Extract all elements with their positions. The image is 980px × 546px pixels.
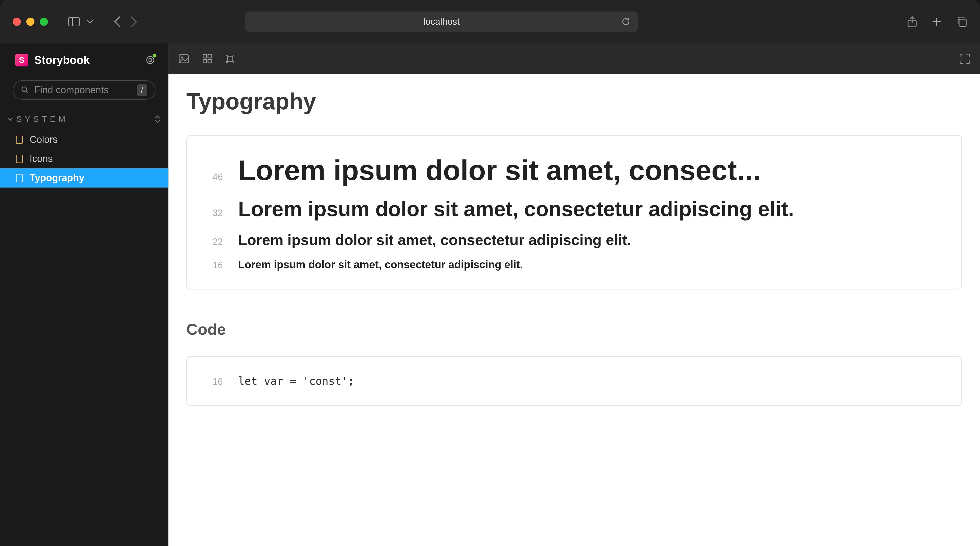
maximize-window-button[interactable] bbox=[40, 18, 48, 26]
url-bar[interactable]: localhost bbox=[245, 11, 638, 32]
image-addon-icon[interactable] bbox=[179, 54, 189, 63]
back-button[interactable] bbox=[113, 16, 121, 27]
refresh-icon[interactable] bbox=[621, 17, 630, 26]
type-row: 32 Lorem ipsum dolor sit amet, consectet… bbox=[207, 197, 941, 221]
svg-rect-0 bbox=[68, 18, 80, 26]
sort-icon[interactable] bbox=[154, 115, 161, 123]
section-header[interactable]: SYSTEM bbox=[0, 106, 168, 130]
code-sample: let var = 'const'; bbox=[238, 375, 354, 387]
type-size-label: 16 bbox=[207, 260, 223, 271]
code-card: 16 let var = 'const'; bbox=[186, 356, 962, 406]
logo-letter: S bbox=[19, 56, 24, 65]
sidebar-toggle-group bbox=[68, 16, 95, 27]
sidebar: S Storybook Find components / SYSTEM bbox=[0, 43, 169, 546]
type-size-label: 32 bbox=[207, 208, 223, 219]
svg-point-7 bbox=[147, 56, 154, 64]
logo-badge: S bbox=[15, 54, 28, 66]
svg-rect-16 bbox=[208, 59, 211, 63]
url-text: localhost bbox=[423, 16, 460, 27]
notification-dot bbox=[153, 54, 156, 57]
svg-point-12 bbox=[181, 56, 183, 58]
document-icon bbox=[15, 136, 24, 144]
chevron-down-icon[interactable] bbox=[84, 16, 95, 27]
new-tab-icon[interactable] bbox=[932, 17, 942, 27]
settings-icon[interactable] bbox=[145, 55, 156, 65]
search-shortcut: / bbox=[137, 84, 147, 96]
section-caret-icon bbox=[8, 118, 13, 121]
content-toolbar bbox=[169, 43, 980, 74]
grid-addon-icon[interactable] bbox=[203, 54, 212, 63]
search-icon bbox=[21, 86, 29, 94]
search-placeholder: Find components bbox=[34, 85, 132, 96]
nav-arrows bbox=[113, 16, 138, 27]
search-input[interactable]: Find components / bbox=[13, 80, 156, 100]
svg-point-8 bbox=[149, 59, 152, 62]
svg-rect-17 bbox=[228, 56, 233, 61]
sidebar-item-label: Typography bbox=[30, 172, 84, 184]
content-area: Typography 46 Lorem ipsum dolor sit amet… bbox=[169, 43, 980, 546]
sidebar-item-colors[interactable]: Colors bbox=[0, 130, 168, 149]
type-row: 22 Lorem ipsum dolor sit amet, consectet… bbox=[207, 231, 941, 248]
forward-button[interactable] bbox=[130, 16, 138, 27]
app-container: S Storybook Find components / SYSTEM bbox=[0, 43, 980, 546]
sidebar-item-label: Icons bbox=[30, 153, 53, 164]
minimize-window-button[interactable] bbox=[26, 18, 35, 26]
close-window-button[interactable] bbox=[13, 18, 21, 26]
svg-rect-15 bbox=[203, 59, 207, 63]
code-heading: Code bbox=[186, 320, 962, 338]
svg-rect-13 bbox=[203, 55, 207, 58]
canvas: Typography 46 Lorem ipsum dolor sit amet… bbox=[169, 74, 980, 546]
document-icon bbox=[15, 155, 24, 163]
type-sample: Lorem ipsum dolor sit amet, consect... bbox=[238, 154, 761, 187]
type-row: 16 Lorem ipsum dolor sit amet, consectet… bbox=[207, 259, 941, 271]
svg-rect-6 bbox=[959, 19, 966, 26]
sidebar-item-icons[interactable]: Icons bbox=[0, 149, 168, 168]
type-sample: Lorem ipsum dolor sit amet, consectetur … bbox=[238, 231, 632, 248]
sidebar-item-label: Colors bbox=[30, 134, 58, 145]
type-size-label: 22 bbox=[207, 236, 223, 247]
svg-rect-14 bbox=[208, 55, 211, 58]
outline-addon-icon[interactable] bbox=[226, 54, 235, 63]
sidebar-item-typography[interactable]: Typography bbox=[0, 168, 168, 188]
code-size-label: 16 bbox=[207, 376, 223, 387]
document-icon bbox=[15, 174, 24, 182]
sidebar-toggle-icon[interactable] bbox=[68, 16, 80, 27]
browser-chrome: localhost bbox=[0, 0, 980, 43]
fullscreen-icon[interactable] bbox=[959, 54, 970, 64]
typography-card: 46 Lorem ipsum dolor sit amet, consect..… bbox=[186, 135, 962, 289]
page-title: Typography bbox=[186, 88, 962, 115]
app-name: Storybook bbox=[34, 54, 90, 66]
type-sample: Lorem ipsum dolor sit amet, consectetur … bbox=[238, 197, 794, 221]
section-title: SYSTEM bbox=[16, 115, 68, 124]
svg-line-10 bbox=[26, 91, 28, 93]
type-row: 46 Lorem ipsum dolor sit amet, consect..… bbox=[207, 154, 941, 187]
code-row: 16 let var = 'const'; bbox=[207, 375, 941, 387]
sidebar-header: S Storybook bbox=[0, 43, 168, 74]
type-size-label: 46 bbox=[207, 172, 223, 182]
type-sample: Lorem ipsum dolor sit amet, consectetur … bbox=[238, 259, 523, 271]
share-icon[interactable] bbox=[907, 16, 917, 28]
chrome-right-controls bbox=[907, 16, 967, 28]
window-controls bbox=[13, 18, 48, 26]
tabs-overview-icon[interactable] bbox=[956, 16, 967, 27]
